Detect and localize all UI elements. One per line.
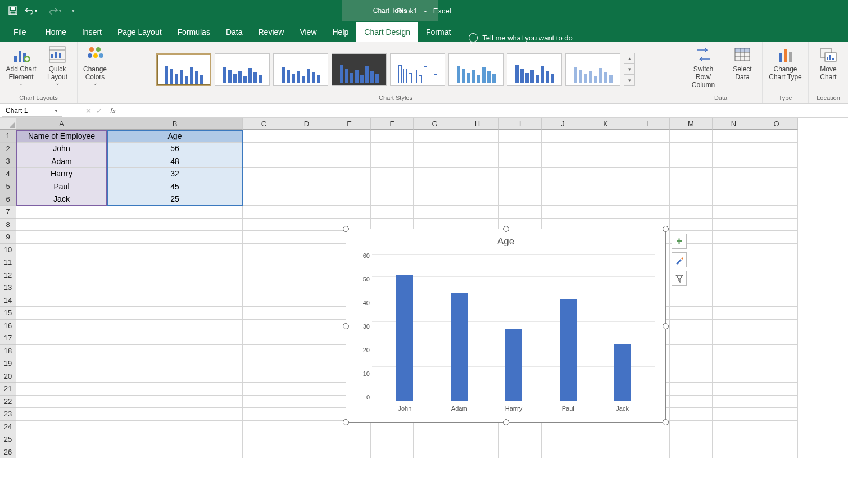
cell-I25[interactable] <box>499 433 542 446</box>
cell-O9[interactable] <box>755 231 798 244</box>
tab-chart-design[interactable]: Chart Design <box>356 22 418 42</box>
cell-F6[interactable] <box>371 193 414 206</box>
cell-N23[interactable] <box>713 408 755 421</box>
cell-A26[interactable] <box>16 446 107 459</box>
cell-L3[interactable] <box>627 155 670 168</box>
col-header-F[interactable]: F <box>371 118 414 130</box>
row-header-20[interactable]: 20 <box>0 370 16 383</box>
cell-G3[interactable] <box>414 155 456 168</box>
cell-D23[interactable] <box>285 408 328 421</box>
cell-B8[interactable] <box>107 219 243 231</box>
cell-G26[interactable] <box>414 446 456 459</box>
cell-M6[interactable] <box>670 193 713 206</box>
cell-F5[interactable] <box>371 180 414 193</box>
cell-H3[interactable] <box>456 155 499 168</box>
cell-C19[interactable] <box>243 357 285 370</box>
cell-K1[interactable] <box>584 130 627 143</box>
cell-B25[interactable] <box>107 433 243 446</box>
cell-O6[interactable] <box>755 193 798 206</box>
bar-Adam[interactable] <box>451 293 468 401</box>
cell-N14[interactable] <box>713 294 755 307</box>
cell-D15[interactable] <box>285 307 328 320</box>
row-header-22[interactable]: 22 <box>0 396 16 408</box>
cell-C6[interactable] <box>243 193 285 206</box>
name-box[interactable]: Chart 1▼ <box>2 105 62 117</box>
cell-J5[interactable] <box>542 180 584 193</box>
cell-O3[interactable] <box>755 155 798 168</box>
cell-M23[interactable] <box>670 408 713 421</box>
cell-C23[interactable] <box>243 408 285 421</box>
cell-L25[interactable] <box>627 433 670 446</box>
cell-C21[interactable] <box>243 383 285 396</box>
tab-insert[interactable]: Insert <box>74 22 110 42</box>
bar-Harrry[interactable] <box>505 329 522 401</box>
cell-A5[interactable]: Paul <box>16 180 107 193</box>
cell-J4[interactable] <box>542 168 584 181</box>
cell-A18[interactable] <box>16 345 107 358</box>
select-all-corner[interactable] <box>0 118 16 130</box>
cell-B10[interactable] <box>107 244 243 257</box>
cell-O7[interactable] <box>755 206 798 219</box>
bar-John[interactable] <box>396 275 413 401</box>
cell-A8[interactable] <box>16 219 107 231</box>
tab-home[interactable]: Home <box>38 22 74 42</box>
col-header-B[interactable]: B <box>107 118 243 130</box>
cell-O25[interactable] <box>755 433 798 446</box>
cell-L5[interactable] <box>627 180 670 193</box>
cell-K3[interactable] <box>584 155 627 168</box>
cell-D7[interactable] <box>285 206 328 219</box>
cell-A20[interactable] <box>16 370 107 383</box>
add-chart-element-button[interactable]: Add Chart Element ⌵ <box>3 44 39 87</box>
chart-elements-button[interactable]: + <box>672 234 687 249</box>
cell-L4[interactable] <box>627 168 670 181</box>
cell-N5[interactable] <box>713 180 755 193</box>
cell-B14[interactable] <box>107 294 243 307</box>
tab-file[interactable]: File <box>6 22 38 42</box>
cell-B4[interactable]: 32 <box>107 168 243 181</box>
cell-I2[interactable] <box>499 143 542 156</box>
cell-C7[interactable] <box>243 206 285 219</box>
cell-O21[interactable] <box>755 383 798 396</box>
cell-D16[interactable] <box>285 320 328 333</box>
chart-style-6[interactable] <box>448 53 504 86</box>
formula-input[interactable] <box>120 105 848 117</box>
cell-B16[interactable] <box>107 320 243 333</box>
cell-N18[interactable] <box>713 345 755 358</box>
cell-B19[interactable] <box>107 357 243 370</box>
cell-F25[interactable] <box>371 433 414 446</box>
cell-E2[interactable] <box>328 143 371 156</box>
cell-M15[interactable] <box>670 307 713 320</box>
cell-J26[interactable] <box>542 446 584 459</box>
cell-K26[interactable] <box>584 446 627 459</box>
cell-N25[interactable] <box>713 433 755 446</box>
col-header-A[interactable]: A <box>16 118 107 130</box>
cell-B23[interactable] <box>107 408 243 421</box>
cell-G4[interactable] <box>414 168 456 181</box>
tell-me-search[interactable]: Tell me what you want to do <box>459 33 582 42</box>
cell-C8[interactable] <box>243 219 285 231</box>
col-header-I[interactable]: I <box>499 118 542 130</box>
cell-H1[interactable] <box>456 130 499 143</box>
cell-B24[interactable] <box>107 421 243 434</box>
row-header-19[interactable]: 19 <box>0 357 16 370</box>
cell-D3[interactable] <box>285 155 328 168</box>
cell-M7[interactable] <box>670 206 713 219</box>
col-header-L[interactable]: L <box>627 118 670 130</box>
row-header-4[interactable]: 4 <box>0 168 16 181</box>
cell-G7[interactable] <box>414 206 456 219</box>
switch-row-column-button[interactable]: Switch Row/ Column <box>683 44 724 90</box>
cell-C9[interactable] <box>243 231 285 244</box>
quick-layout-button[interactable]: Quick Layout ⌵ <box>41 44 74 87</box>
cell-D12[interactable] <box>285 269 328 282</box>
cell-D2[interactable] <box>285 143 328 156</box>
cell-B22[interactable] <box>107 396 243 408</box>
col-header-M[interactable]: M <box>670 118 713 130</box>
row-header-1[interactable]: 1 <box>0 130 16 143</box>
cell-F2[interactable] <box>371 143 414 156</box>
cell-N26[interactable] <box>713 446 755 459</box>
cell-C12[interactable] <box>243 269 285 282</box>
cell-O10[interactable] <box>755 244 798 257</box>
row-header-11[interactable]: 11 <box>0 256 16 269</box>
cell-O13[interactable] <box>755 281 798 294</box>
cell-E25[interactable] <box>328 433 371 446</box>
